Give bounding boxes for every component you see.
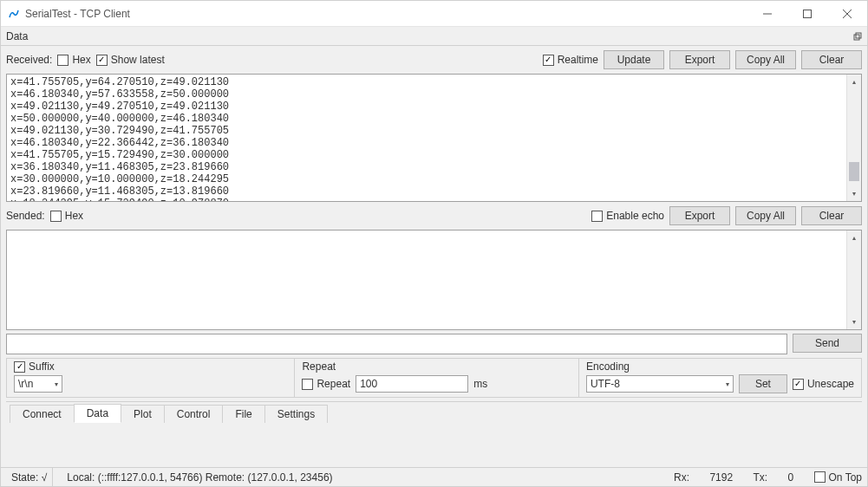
received-content: x=41.755705,y=64.270510,z=49.021130 x=46… — [7, 75, 861, 201]
window-title: SerialTest - TCP Client — [25, 8, 130, 20]
repeat-label: Repeat — [317, 378, 350, 390]
sended-copyall-button[interactable]: Copy All — [735, 206, 796, 225]
repeat-group-label: Repeat — [302, 360, 571, 373]
tab-settings[interactable]: Settings — [264, 405, 328, 423]
tx-value: 0 — [787, 471, 793, 484]
received-label: Received: — [6, 54, 52, 66]
chevron-down-icon: ▾ — [55, 380, 58, 388]
scroll-up-icon[interactable]: ▴ — [847, 231, 861, 245]
sended-hex-label: Hex — [65, 210, 83, 222]
local-value: (::ffff:127.0.0.1, 54766) — [98, 471, 203, 484]
sended-toolbar: Sended: Hex Enable echo Export Copy All … — [6, 205, 862, 226]
scroll-down-icon[interactable]: ▾ — [847, 315, 861, 329]
received-copyall-button[interactable]: Copy All — [735, 50, 796, 69]
encoding-label: Encoding — [586, 360, 854, 373]
float-panel-icon[interactable] — [852, 30, 864, 42]
enable-echo-checkbox[interactable]: Enable echo — [591, 210, 664, 222]
received-hex-checkbox[interactable]: Hex — [57, 54, 90, 66]
ontop-label: On Top — [829, 471, 862, 484]
close-button[interactable] — [827, 1, 867, 27]
received-scrollbar[interactable]: ▴ ▾ — [846, 75, 861, 201]
rx-label: Rx: — [674, 471, 689, 484]
suffix-checkbox[interactable]: Suffix — [14, 360, 287, 373]
panel-header: Data — [1, 27, 867, 46]
show-latest-label: Show latest — [111, 54, 165, 66]
options-row: Suffix \r\n ▾ Repeat Repeat 100 ms Encod — [6, 358, 862, 398]
repeat-unit: ms — [473, 378, 487, 390]
tx-label: Tx: — [753, 471, 767, 484]
minimize-button[interactable] — [747, 1, 787, 27]
maximize-button[interactable] — [787, 1, 827, 27]
chevron-down-icon: ▾ — [726, 380, 729, 388]
rx-value: 7192 — [709, 471, 733, 484]
status-endpoints: Local: (::ffff:127.0.0.1, 54766) Remote:… — [62, 468, 337, 486]
tab-plot[interactable]: Plot — [121, 405, 165, 423]
sended-hex-checkbox[interactable]: Hex — [50, 210, 83, 222]
tabbar: ConnectDataPlotControlFileSettings — [6, 401, 862, 422]
suffix-value: \r\n — [18, 378, 33, 390]
sended-label: Sended: — [6, 210, 45, 222]
encoding-set-button[interactable]: Set — [739, 374, 787, 393]
status-state: State: √ — [6, 468, 53, 486]
sended-clear-button[interactable]: Clear — [801, 206, 862, 225]
remote-value: (127.0.0.1, 23456) — [247, 471, 332, 484]
received-toolbar: Received: Hex Show latest Realtime Updat… — [6, 49, 862, 70]
tab-data[interactable]: Data — [74, 404, 121, 423]
received-clear-button[interactable]: Clear — [801, 50, 862, 69]
app-icon — [8, 8, 20, 20]
panel-title: Data — [6, 30, 28, 42]
scroll-up-icon[interactable]: ▴ — [847, 75, 861, 89]
received-hex-label: Hex — [72, 54, 90, 66]
received-textarea[interactable]: x=41.755705,y=64.270510,z=49.021130 x=46… — [6, 74, 862, 202]
content-area: Received: Hex Show latest Realtime Updat… — [1, 46, 867, 467]
show-latest-checkbox[interactable]: Show latest — [96, 54, 165, 66]
update-button[interactable]: Update — [604, 50, 664, 69]
received-export-button[interactable]: Export — [669, 50, 730, 69]
svg-rect-1 — [804, 10, 812, 17]
unescape-checkbox[interactable]: Unescape — [793, 378, 854, 390]
tab-file[interactable]: File — [222, 405, 264, 423]
realtime-checkbox[interactable]: Realtime — [543, 54, 598, 66]
unescape-label: Unescape — [807, 378, 854, 390]
svg-rect-4 — [854, 35, 859, 40]
repeat-group: Repeat Repeat 100 ms — [294, 358, 578, 398]
sended-scrollbar[interactable]: ▴ ▾ — [846, 231, 861, 329]
sended-export-button[interactable]: Export — [669, 206, 730, 225]
suffix-group: Suffix \r\n ▾ — [6, 358, 294, 398]
scroll-thumb[interactable] — [849, 162, 859, 181]
statusbar: State: √ Local: (::ffff:127.0.0.1, 54766… — [1, 467, 867, 486]
repeat-interval-input[interactable]: 100 — [356, 375, 468, 393]
send-button[interactable]: Send — [793, 334, 862, 353]
suffix-combo[interactable]: \r\n ▾ — [14, 375, 62, 393]
svg-rect-5 — [856, 33, 861, 38]
send-row: Send — [6, 334, 862, 354]
titlebar: SerialTest - TCP Client — [1, 1, 867, 27]
scroll-down-icon[interactable]: ▾ — [847, 186, 861, 201]
encoding-group: Encoding UTF-8 ▾ Set Unescape — [578, 358, 862, 398]
suffix-label: Suffix — [29, 360, 55, 373]
encoding-combo[interactable]: UTF-8 ▾ — [586, 375, 734, 393]
tab-connect[interactable]: Connect — [10, 405, 75, 423]
ontop-checkbox[interactable]: On Top — [814, 471, 862, 484]
sended-content — [7, 231, 861, 329]
repeat-checkbox[interactable]: Repeat — [302, 378, 350, 390]
encoding-value: UTF-8 — [591, 378, 620, 390]
sended-textarea[interactable]: ▴ ▾ — [6, 230, 862, 330]
tab-control[interactable]: Control — [164, 405, 224, 423]
realtime-label: Realtime — [558, 54, 598, 66]
send-input[interactable] — [6, 334, 787, 354]
state-value: √ — [42, 471, 48, 484]
enable-echo-label: Enable echo — [606, 210, 664, 222]
